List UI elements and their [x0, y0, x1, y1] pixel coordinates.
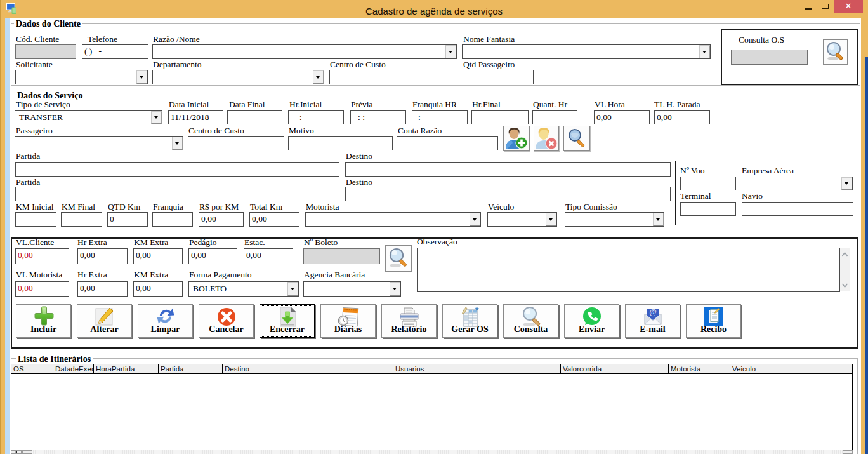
svg-text:@: @: [649, 307, 656, 316]
